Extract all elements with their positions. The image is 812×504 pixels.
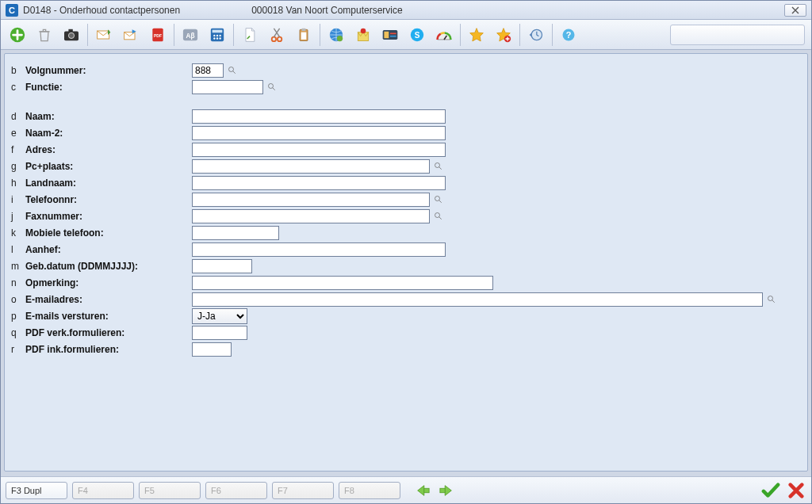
svg-point-12 (213, 34, 215, 36)
calculator-icon[interactable] (204, 23, 231, 47)
history-icon[interactable] (523, 23, 550, 47)
mail-out-icon[interactable] (117, 23, 144, 47)
field-label-volgnummer: Volgnummer: (25, 65, 192, 76)
field-label-naam2: Naam-2: (25, 128, 192, 139)
svg-rect-43 (424, 488, 429, 492)
gauge-icon[interactable] (431, 23, 458, 47)
ab-icon[interactable]: Aβ (177, 23, 204, 47)
cut-icon[interactable] (263, 23, 290, 47)
pdf-ink-input[interactable] (192, 342, 232, 357)
lookup-icon[interactable] (433, 211, 444, 222)
field-label-pdfink: PDF ink.formulieren: (25, 344, 192, 355)
title-bar: C D0148 - Onderhoud contactpersonen 0000… (1, 1, 811, 20)
email-input[interactable] (192, 292, 763, 307)
clipboard-icon[interactable] (290, 23, 317, 47)
cancel-button[interactable] (786, 482, 806, 499)
svg-point-14 (219, 34, 220, 36)
svg-text:PDF: PDF (154, 33, 162, 38)
pdf-verk-input[interactable] (192, 326, 247, 340)
field-label-email: E-mailadres: (25, 294, 192, 305)
svg-point-17 (219, 37, 220, 39)
field-key: p (11, 311, 25, 322)
faxnummer-input[interactable] (192, 209, 430, 223)
field-label-functie: Functie: (25, 82, 192, 93)
f5-button[interactable]: F5 (139, 482, 201, 499)
field-label-pcplaats: Pc+plaats: (25, 161, 192, 172)
field-label-faxnummer: Faxnummer: (25, 211, 192, 222)
svg-rect-44 (440, 488, 445, 492)
lookup-icon[interactable] (227, 65, 238, 76)
svg-rect-29 (390, 32, 396, 34)
globe-icon[interactable] (323, 23, 350, 47)
page-icon[interactable] (236, 23, 263, 47)
field-key: b (11, 65, 25, 76)
field-label-naam: Naam: (25, 111, 192, 122)
emails-versturen-select[interactable]: J-Ja (192, 308, 247, 324)
svg-rect-11 (213, 29, 223, 32)
delete-icon[interactable] (31, 23, 58, 47)
svg-text:S: S (415, 30, 420, 39)
svg-text:?: ? (566, 30, 572, 40)
lookup-icon[interactable] (766, 294, 777, 305)
svg-point-41 (435, 212, 440, 217)
toolbar: PDF Aβ S ? (1, 20, 811, 50)
lookup-icon[interactable] (433, 194, 444, 205)
badge-icon[interactable] (377, 23, 404, 47)
ok-button[interactable] (760, 482, 781, 499)
naam2-input[interactable] (192, 126, 446, 140)
field-key: q (11, 327, 25, 338)
field-label-emailsversturen: E-mails versturen: (25, 311, 192, 322)
svg-rect-3 (68, 29, 72, 32)
app-icon: C (6, 4, 18, 17)
field-key: m (11, 261, 25, 272)
field-key: h (11, 178, 25, 189)
field-label-pdfverk: PDF verk.formulieren: (25, 327, 192, 338)
f8-button[interactable]: F8 (339, 482, 400, 499)
landnaam-input[interactable] (192, 176, 446, 190)
svg-point-18 (272, 36, 276, 40)
f3-button[interactable]: F3 Dupl (6, 482, 67, 499)
field-label-aanhef: Aanhef: (25, 244, 192, 255)
title-center: 000018 Van Noort Computerservice (180, 5, 784, 16)
field-label-telefoonnr: Telefoonnr: (25, 194, 192, 205)
field-key: g (11, 161, 25, 172)
opmerking-input[interactable] (192, 276, 493, 290)
help-icon[interactable]: ? (555, 23, 582, 47)
map-pin-icon[interactable] (350, 23, 377, 47)
field-label-adres: Adres: (25, 144, 192, 155)
window-close-button[interactable] (784, 4, 806, 17)
prev-arrow-icon[interactable] (413, 483, 432, 498)
add-icon[interactable] (4, 23, 31, 47)
f7-button[interactable]: F7 (272, 482, 334, 499)
pdf-icon[interactable]: PDF (144, 23, 171, 47)
naam-input[interactable] (192, 109, 446, 124)
volgnummer-input[interactable] (192, 63, 224, 78)
svg-point-39 (435, 162, 440, 167)
mail-in-icon[interactable] (90, 23, 117, 47)
lookup-icon[interactable] (266, 82, 278, 93)
adres-input[interactable] (192, 143, 446, 157)
star-fav-icon[interactable] (490, 23, 517, 47)
f4-button[interactable]: F4 (72, 482, 134, 499)
title-left: D0148 - Onderhoud contactpersonen (23, 5, 180, 16)
next-arrow-icon[interactable] (437, 483, 456, 498)
f6-button[interactable]: F6 (205, 482, 267, 499)
svg-rect-28 (384, 31, 389, 37)
telefoonnr-input[interactable] (192, 193, 430, 207)
pcplaats-input[interactable] (192, 159, 430, 174)
functie-input[interactable] (192, 80, 263, 94)
lookup-icon[interactable] (433, 161, 444, 172)
star-icon[interactable] (463, 23, 490, 47)
toolbar-search-box[interactable] (670, 25, 805, 45)
skype-icon[interactable]: S (404, 23, 431, 47)
aanhef-input[interactable] (192, 242, 446, 257)
field-key: n (11, 277, 25, 288)
camera-icon[interactable] (58, 23, 85, 47)
svg-point-2 (68, 32, 74, 38)
svg-point-24 (337, 35, 343, 40)
svg-point-38 (269, 83, 274, 88)
field-key: o (11, 294, 25, 305)
mobiel-input[interactable] (192, 226, 279, 240)
gebdatum-input[interactable] (192, 259, 252, 273)
svg-point-19 (278, 36, 282, 40)
